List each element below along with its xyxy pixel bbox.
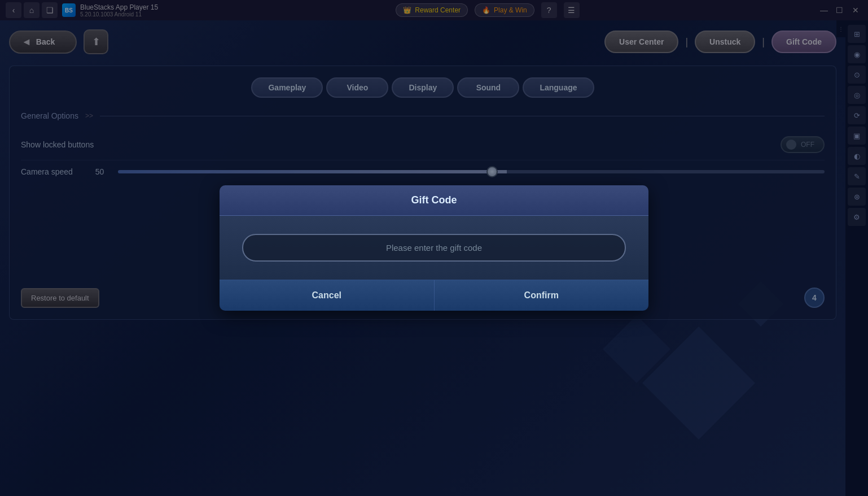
modal-footer: Cancel Confirm (220, 280, 648, 311)
modal-confirm-button[interactable]: Confirm (435, 280, 649, 311)
modal-body (220, 216, 648, 280)
modal-cancel-label: Cancel (312, 290, 341, 300)
gift-code-modal: Gift Code Cancel Confirm (220, 185, 648, 311)
gift-code-input[interactable] (242, 234, 626, 262)
modal-confirm-label: Confirm (524, 290, 559, 300)
modal-cancel-button[interactable]: Cancel (220, 280, 435, 311)
modal-header: Gift Code (220, 185, 648, 216)
modal-overlay: Gift Code Cancel Confirm (0, 0, 868, 496)
modal-title: Gift Code (411, 194, 457, 206)
